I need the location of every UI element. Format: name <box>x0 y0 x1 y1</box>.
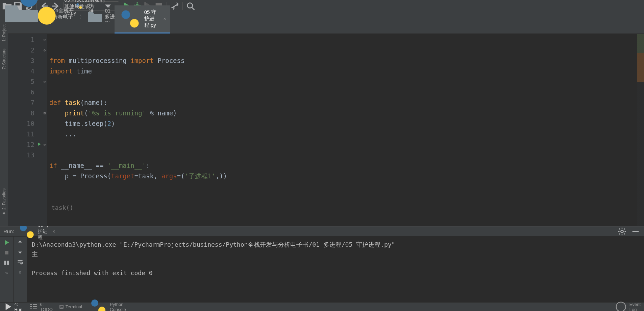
structure-tool-button[interactable]: 7: Structure <box>2 48 6 69</box>
svg-rect-16 <box>5 251 8 254</box>
layout-icon[interactable] <box>3 260 10 266</box>
run-title: Run: <box>3 228 14 234</box>
svg-rect-18 <box>7 261 9 265</box>
line-number[interactable]: 5 <box>8 76 34 87</box>
more-icon[interactable]: » <box>19 269 22 275</box>
code-line[interactable] <box>49 87 637 97</box>
code-editor[interactable]: 1234567810111213 ⊖⊖⊖⊞⊖ from multiprocess… <box>8 34 644 226</box>
code-line[interactable]: if __name__ == '__main__': <box>49 160 637 171</box>
svg-point-9 <box>38 7 56 25</box>
code-line[interactable]: print('%s is running' % name) <box>49 108 637 118</box>
status-bar: 4: Run 6: TODO Terminal Python Console E… <box>0 302 644 311</box>
svg-point-10 <box>121 10 130 19</box>
code-line[interactable]: time.sleep(2) <box>49 118 637 129</box>
fold-marker <box>42 87 47 97</box>
fold-marker[interactable]: ⊖ <box>42 45 47 55</box>
python-file-icon <box>14 0 61 30</box>
close-tab-icon[interactable]: × <box>108 4 110 9</box>
svg-point-14 <box>621 230 623 233</box>
line-number[interactable]: 10 <box>8 118 34 129</box>
line-number[interactable]: 7 <box>8 97 34 108</box>
project-tool-button[interactable]: 1: Project <box>2 24 6 42</box>
event-log-button[interactable]: Event Log <box>615 301 641 311</box>
context-info: task() <box>49 202 637 213</box>
fold-marker <box>42 150 47 160</box>
line-number[interactable]: 6 <box>8 87 34 97</box>
editor-tab[interactable]: 03 Process对象的其他属性或方法.py × <box>10 0 115 34</box>
separator <box>182 2 183 10</box>
line-number[interactable]: 12 <box>8 139 34 150</box>
line-gutter[interactable]: 1234567810111213 <box>8 34 42 226</box>
editor-tabs: 03 Process对象的其他属性或方法.py × 05 守护进程.py × <box>8 22 644 34</box>
line-number[interactable]: 13 <box>8 150 34 160</box>
code-line[interactable] <box>49 139 637 150</box>
fold-marker[interactable]: ⊖ <box>42 35 47 45</box>
svg-point-5 <box>188 3 193 8</box>
editor-tab[interactable]: 05 守护进程.py × <box>115 5 170 34</box>
line-number[interactable]: 11 <box>8 129 34 139</box>
run-actions-column: » <box>0 237 14 302</box>
python-console-status-button[interactable]: Python Console <box>89 297 126 311</box>
fold-marker[interactable]: ⊖ <box>42 139 47 150</box>
line-number[interactable]: 8 <box>8 108 34 118</box>
favorites-tool-button[interactable]: ★2: Favorites <box>2 188 6 216</box>
soft-wrap-icon[interactable] <box>17 259 23 265</box>
fold-marker[interactable]: ⊖ <box>42 76 47 87</box>
run-header: Run: 05 守护进程 × <box>0 226 644 237</box>
code-line[interactable]: ... <box>49 129 637 139</box>
stop-icon[interactable] <box>4 250 9 256</box>
fold-marker[interactable]: ⊞ <box>42 108 47 118</box>
minimap[interactable] <box>637 34 644 226</box>
run-output[interactable]: D:\Anaconda3\python.exe "E:/PycharmProje… <box>27 237 644 302</box>
gear-icon[interactable] <box>617 226 627 237</box>
close-tab-icon[interactable]: × <box>164 16 166 21</box>
fold-marker <box>42 129 47 139</box>
svg-rect-17 <box>4 261 6 265</box>
line-number[interactable]: 2 <box>8 45 34 55</box>
more-icon[interactable]: » <box>5 270 8 275</box>
close-icon[interactable]: × <box>52 229 55 234</box>
code-area[interactable]: from multiprocessing import Processimpor… <box>47 34 637 226</box>
line-number[interactable]: 3 <box>8 55 34 66</box>
fold-marker <box>42 66 47 76</box>
rerun-icon[interactable] <box>3 239 10 246</box>
fold-marker <box>42 55 47 66</box>
down-icon[interactable] <box>17 249 23 255</box>
svg-point-11 <box>130 19 139 28</box>
python-file-icon <box>119 7 142 30</box>
fold-marker <box>42 118 47 129</box>
svg-point-8 <box>20 0 38 7</box>
search-icon[interactable] <box>185 1 196 11</box>
line-number[interactable]: 4 <box>8 66 34 76</box>
svg-rect-15 <box>633 231 639 232</box>
fold-marker <box>42 97 47 108</box>
svg-point-21 <box>98 307 105 311</box>
code-line[interactable]: from multiprocessing import Process <box>49 55 637 66</box>
run-status-button[interactable]: 4: Run <box>3 302 22 311</box>
terminal-status-button[interactable]: Terminal <box>59 304 82 309</box>
code-line[interactable] <box>49 76 637 87</box>
up-icon[interactable] <box>17 239 23 245</box>
code-line[interactable]: def task(name): <box>49 97 637 108</box>
line-number[interactable]: 1 <box>8 35 34 45</box>
run-output-actions: » <box>14 237 27 302</box>
code-line[interactable]: p = Process(target=task, args=('子进程1',)) <box>49 171 637 181</box>
left-tool-rail: 1: Project 7: Structure ★2: Favorites <box>0 22 8 226</box>
todo-status-button[interactable]: 6: TODO <box>29 302 53 311</box>
code-line[interactable]: import time <box>49 66 637 76</box>
svg-point-20 <box>91 299 98 307</box>
fold-column[interactable]: ⊖⊖⊖⊞⊖ <box>42 34 47 226</box>
svg-point-22 <box>616 302 626 311</box>
run-tool-window: Run: 05 守护进程 × » <box>0 226 644 302</box>
code-line[interactable] <box>49 150 637 160</box>
settings-icon[interactable] <box>170 1 180 11</box>
minimize-icon[interactable] <box>630 226 641 237</box>
